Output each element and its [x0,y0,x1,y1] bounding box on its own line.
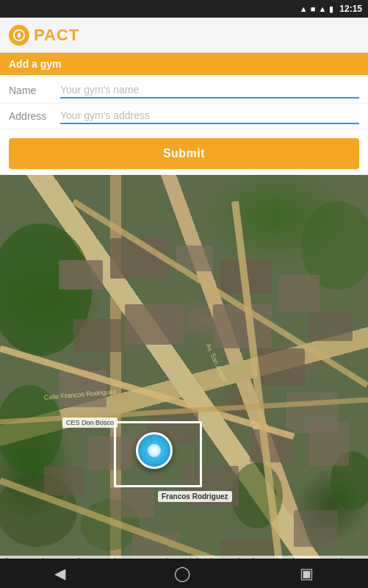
map-section[interactable]: Drag and zoom the map so the rectangle s… [0,175,368,588]
logo-circle [9,25,29,46]
address-row: Address [0,104,368,129]
ces-don-bosco-label: CES Don Bosco [62,417,118,428]
location-pin [136,432,173,469]
home-button[interactable]: ◯ [174,564,190,582]
satellite-map [0,175,368,588]
location-pin-inner [148,444,161,457]
status-time: 12:15 [339,4,362,14]
back-button[interactable]: ◀ [54,564,65,582]
bottom-nav: ◀ ◯ ▣ [0,559,368,588]
logo-text: PACT [34,26,79,45]
recents-button[interactable]: ▣ [300,564,314,582]
signal-icon: ■ [311,4,316,13]
status-icons: ▲ ■ ▲ ▮ 12:15 [300,4,362,14]
battery-icon: ▮ [329,4,333,14]
francos-rodriguez-label: Francos Rodriguez [158,491,232,502]
wifi-icon: ▲ [318,4,326,13]
form-header: Add a gym [0,53,368,75]
form-section: Add a gym Name Address Submit [0,53,368,175]
page-wrapper: ▲ ■ ▲ ▮ 12:15 PACT Add a gym Name [0,0,368,588]
form-fields: Name Address [0,75,368,132]
address-label: Address [9,110,60,122]
name-row: Name [0,78,368,104]
app-bar: PACT [0,18,368,53]
app-logo: PACT [9,25,79,46]
location-icon: ▲ [300,4,308,13]
address-input[interactable] [60,108,359,124]
name-label: Name [9,85,60,96]
submit-button[interactable]: Submit [9,138,359,169]
name-input[interactable] [60,82,359,98]
form-header-text: Add a gym [9,58,62,70]
status-bar: ▲ ■ ▲ ▮ 12:15 [0,0,368,18]
